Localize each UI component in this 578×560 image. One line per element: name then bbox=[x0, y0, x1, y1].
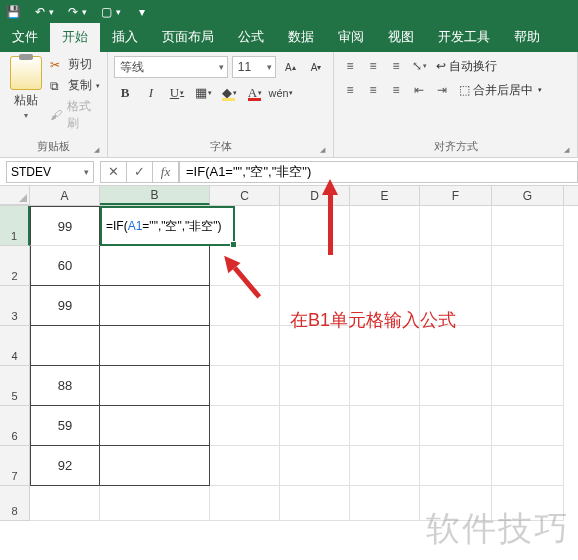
cell-G2[interactable] bbox=[492, 246, 564, 286]
cell-E1[interactable] bbox=[350, 206, 420, 246]
accept-formula-button[interactable]: ✓ bbox=[127, 162, 153, 182]
row-8-header[interactable]: 8 bbox=[0, 486, 30, 521]
cell-D2[interactable] bbox=[280, 246, 350, 286]
tab-layout[interactable]: 页面布局 bbox=[150, 23, 226, 52]
row-4-header[interactable]: 4 bbox=[0, 326, 30, 366]
align-top-button[interactable]: ≡ bbox=[340, 56, 360, 76]
cell-F7[interactable] bbox=[420, 446, 492, 486]
name-box[interactable]: STDEV bbox=[6, 161, 94, 183]
align-bottom-button[interactable]: ≡ bbox=[386, 56, 406, 76]
row-6-header[interactable]: 6 bbox=[0, 406, 30, 446]
cell-F1[interactable] bbox=[420, 206, 492, 246]
cell-A1[interactable]: 99 bbox=[30, 206, 100, 246]
cell-E2[interactable] bbox=[350, 246, 420, 286]
bold-button[interactable]: B bbox=[114, 82, 136, 104]
save-icon[interactable]: 💾 bbox=[6, 5, 21, 19]
cell-A2[interactable]: 60 bbox=[30, 246, 100, 286]
cell-B6[interactable] bbox=[100, 406, 210, 446]
cell-E6[interactable] bbox=[350, 406, 420, 446]
cell-F2[interactable] bbox=[420, 246, 492, 286]
increase-font-button[interactable]: A▴ bbox=[280, 56, 302, 78]
cell-F5[interactable] bbox=[420, 366, 492, 406]
indent-left-button[interactable]: ⇤ bbox=[409, 80, 429, 100]
formula-input[interactable]: =IF(A1="","空","非空") bbox=[179, 161, 578, 183]
cell-B4[interactable] bbox=[100, 326, 210, 366]
align-right-button[interactable]: ≡ bbox=[386, 80, 406, 100]
cancel-formula-button[interactable]: ✕ bbox=[101, 162, 127, 182]
row-1-header[interactable]: 1 bbox=[0, 206, 30, 246]
tab-insert[interactable]: 插入 bbox=[100, 23, 150, 52]
merge-center-button[interactable]: ⬚合并后居中▾ bbox=[455, 82, 546, 99]
cut-button[interactable]: ✂剪切 bbox=[50, 56, 101, 73]
tab-file[interactable]: 文件 bbox=[0, 23, 50, 52]
cell-E4[interactable] bbox=[350, 326, 420, 366]
underline-button[interactable]: U bbox=[166, 82, 188, 104]
cell-B8[interactable] bbox=[100, 486, 210, 521]
cell-C6[interactable] bbox=[210, 406, 280, 446]
cell-D4[interactable] bbox=[280, 326, 350, 366]
cell-A6[interactable]: 59 bbox=[30, 406, 100, 446]
col-A-header[interactable]: A bbox=[30, 186, 100, 205]
fill-color-button[interactable]: ◆ bbox=[218, 82, 240, 104]
active-cell-B1[interactable]: =IF(A1="","空","非空") bbox=[100, 206, 235, 246]
col-F-header[interactable]: F bbox=[420, 186, 492, 205]
font-size-combo[interactable]: 11 bbox=[232, 56, 276, 78]
cell-F4[interactable] bbox=[420, 326, 492, 366]
redo-icon[interactable]: ↷ bbox=[68, 5, 78, 19]
tab-formulas[interactable]: 公式 bbox=[226, 23, 276, 52]
cell-E7[interactable] bbox=[350, 446, 420, 486]
fill-handle[interactable] bbox=[230, 241, 237, 248]
cell-B3[interactable] bbox=[100, 286, 210, 326]
cell-A5[interactable]: 88 bbox=[30, 366, 100, 406]
cell-D5[interactable] bbox=[280, 366, 350, 406]
row-7-header[interactable]: 7 bbox=[0, 446, 30, 486]
cell-G3[interactable] bbox=[492, 286, 564, 326]
col-G-header[interactable]: G bbox=[492, 186, 564, 205]
cell-B7[interactable] bbox=[100, 446, 210, 486]
cell-A3[interactable]: 99 bbox=[30, 286, 100, 326]
cell-A8[interactable] bbox=[30, 486, 100, 521]
cell-G6[interactable] bbox=[492, 406, 564, 446]
align-center-button[interactable]: ≡ bbox=[363, 80, 383, 100]
col-C-header[interactable]: C bbox=[210, 186, 280, 205]
font-color-button[interactable]: A bbox=[244, 82, 266, 104]
tab-data[interactable]: 数据 bbox=[276, 23, 326, 52]
cell-C5[interactable] bbox=[210, 366, 280, 406]
cell-D7[interactable] bbox=[280, 446, 350, 486]
insert-function-button[interactable]: fx bbox=[153, 162, 179, 182]
undo-icon[interactable]: ↶ bbox=[35, 5, 45, 19]
tab-help[interactable]: 帮助 bbox=[502, 23, 552, 52]
col-B-header[interactable]: B bbox=[100, 186, 210, 205]
cell-E5[interactable] bbox=[350, 366, 420, 406]
select-all-corner[interactable] bbox=[0, 186, 30, 205]
tab-dev[interactable]: 开发工具 bbox=[426, 23, 502, 52]
col-D-header[interactable]: D bbox=[280, 186, 350, 205]
cell-D1[interactable] bbox=[280, 206, 350, 246]
indent-right-button[interactable]: ⇥ bbox=[432, 80, 452, 100]
row-5-header[interactable]: 5 bbox=[0, 366, 30, 406]
cell-C7[interactable] bbox=[210, 446, 280, 486]
cell-G1[interactable] bbox=[492, 206, 564, 246]
decrease-font-button[interactable]: A▾ bbox=[305, 56, 327, 78]
italic-button[interactable]: I bbox=[140, 82, 162, 104]
cell-C4[interactable] bbox=[210, 326, 280, 366]
tab-view[interactable]: 视图 bbox=[376, 23, 426, 52]
cell-E8[interactable] bbox=[350, 486, 420, 521]
cell-G4[interactable] bbox=[492, 326, 564, 366]
orientation-button[interactable]: ⤡ bbox=[409, 56, 429, 76]
format-painter-button[interactable]: 🖌格式刷 bbox=[50, 98, 101, 132]
row-3-header[interactable]: 3 bbox=[0, 286, 30, 326]
tab-home[interactable]: 开始 bbox=[50, 23, 100, 52]
row-2-header[interactable]: 2 bbox=[0, 246, 30, 286]
cell-A4[interactable] bbox=[30, 326, 100, 366]
cell-B5[interactable] bbox=[100, 366, 210, 406]
cell-G5[interactable] bbox=[492, 366, 564, 406]
open-icon[interactable]: ▢ bbox=[101, 5, 112, 19]
tab-review[interactable]: 审阅 bbox=[326, 23, 376, 52]
cell-D8[interactable] bbox=[280, 486, 350, 521]
paste-button[interactable]: 粘贴 ▾ bbox=[6, 56, 46, 120]
wrap-text-button[interactable]: ↩自动换行 bbox=[432, 58, 501, 75]
align-middle-button[interactable]: ≡ bbox=[363, 56, 383, 76]
cell-D6[interactable] bbox=[280, 406, 350, 446]
phonetic-button[interactable]: wén bbox=[270, 82, 292, 104]
